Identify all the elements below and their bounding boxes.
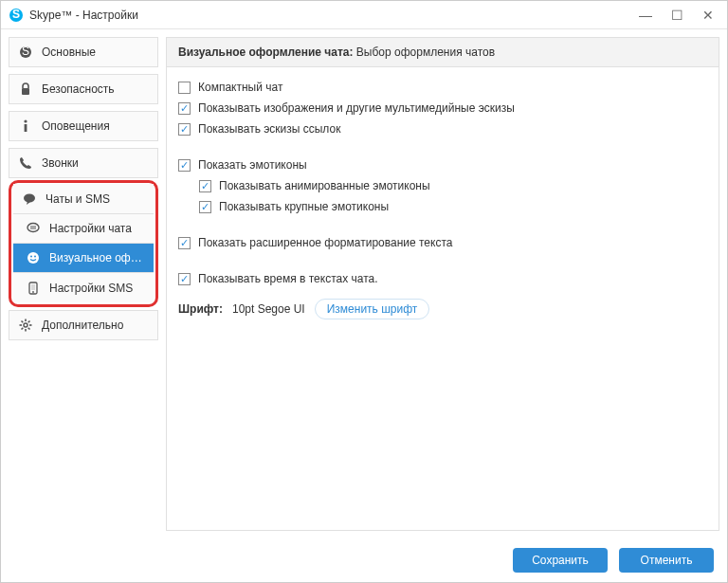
svg-point-11 [27, 252, 39, 264]
sidebar-item-label: Безопасность [42, 82, 115, 96]
checkbox-icon [199, 180, 211, 192]
sidebar-item-security[interactable]: Безопасность [9, 74, 158, 104]
content-header: Визуальное оформление чата: Выбор оформл… [167, 38, 719, 67]
svg-point-16 [32, 291, 34, 293]
checkbox-icon [178, 159, 191, 172]
sms-icon [27, 282, 40, 295]
checkbox-label: Показывать эскизы ссылок [198, 122, 340, 136]
sidebar-item-label: Дополнительно [42, 319, 123, 332]
checkbox-show-time[interactable]: Показывать время в текстах чата. [178, 272, 707, 285]
change-font-button[interactable]: Изменить шрифт [315, 299, 430, 319]
lock-icon [19, 82, 32, 96]
checkbox-icon [178, 237, 191, 249]
window-controls: — ☐ ✕ [639, 8, 714, 23]
titlebar: S Skype™ - Настройки — ☐ ✕ [1, 1, 727, 29]
checkbox-link-thumbs[interactable]: Показывать эскизы ссылок [178, 122, 707, 136]
skype-icon: S [19, 46, 32, 59]
svg-rect-6 [25, 124, 27, 132]
sidebar-item-label: Настройки SMS [49, 282, 133, 295]
body: S Основные Безопасность Оповещения Звонк… [1, 29, 727, 538]
highlighted-group: Чаты и SMS Настройки чата Визуальное офо… [9, 180, 158, 307]
chat-bubble-icon [23, 192, 36, 206]
svg-point-17 [24, 323, 27, 327]
svg-point-5 [24, 119, 27, 122]
checkbox-label: Показывать изображения и другие мультиме… [198, 101, 515, 115]
sidebar-item-notifications[interactable]: Оповещения [9, 111, 158, 141]
svg-point-12 [30, 256, 32, 258]
sidebar-item-general[interactable]: S Основные [9, 37, 158, 67]
phone-icon [19, 156, 32, 170]
checkbox-label: Показывать крупные эмотиконы [219, 200, 389, 213]
checkbox-icon [178, 102, 191, 115]
header-rest: Выбор оформления чатов [354, 46, 496, 59]
sidebar-item-calls[interactable]: Звонки [9, 148, 158, 178]
svg-line-25 [22, 328, 24, 330]
checkbox-icon [199, 201, 211, 213]
save-button[interactable]: Сохранить [513, 548, 608, 573]
settings-window: S Skype™ - Настройки — ☐ ✕ S Основные Бе… [0, 0, 728, 583]
close-button[interactable]: ✕ [702, 8, 714, 23]
checkbox-compact-chat[interactable]: Компактный чат [178, 81, 707, 94]
svg-point-8 [27, 224, 39, 232]
sidebar-item-additional[interactable]: Дополнительно [9, 310, 158, 340]
sidebar-item-label: Чаты и SMS [46, 192, 110, 206]
svg-text:S: S [22, 46, 29, 58]
svg-point-13 [34, 256, 36, 258]
font-row: Шрифт: 10pt Segoe UI Изменить шрифт [178, 299, 707, 319]
svg-rect-15 [31, 284, 35, 290]
header-bold: Визуальное оформление чата: [178, 46, 354, 59]
window-title: Skype™ - Настройки [29, 9, 639, 22]
svg-rect-4 [22, 88, 29, 95]
font-value: 10pt Segoe UI [232, 302, 305, 316]
sidebar: S Основные Безопасность Оповещения Звонк… [9, 37, 158, 531]
font-label: Шрифт: [178, 302, 223, 316]
svg-line-24 [28, 321, 30, 323]
checkbox-formatting[interactable]: Показать расширенное форматирование текс… [178, 236, 707, 249]
info-icon [19, 119, 32, 133]
checkbox-label: Показывать время в текстах чата. [198, 272, 378, 285]
checkbox-icon [178, 123, 191, 136]
svg-line-23 [28, 328, 30, 330]
sidebar-item-label: Настройки чата [49, 222, 132, 235]
checkbox-label: Показать эмотиконы [198, 158, 307, 172]
checkbox-large-emoticons[interactable]: Показывать крупные эмотиконы [199, 200, 707, 213]
checkbox-label: Компактный чат [198, 81, 282, 94]
smiley-icon [27, 251, 40, 264]
sidebar-item-sms-settings[interactable]: Настройки SMS [13, 272, 154, 302]
gear-icon [19, 319, 32, 332]
svg-text:S: S [12, 8, 20, 21]
sidebar-item-chat-settings[interactable]: Настройки чата [13, 213, 154, 244]
cancel-button[interactable]: Отменить [619, 548, 714, 573]
sidebar-item-visual-style[interactable]: Визуальное оформле... [13, 243, 154, 273]
content-body: Компактный чат Показывать изображения и … [167, 67, 719, 530]
checkbox-icon [178, 82, 191, 94]
checkbox-animated-emoticons[interactable]: Показывать анимированные эмотиконы [199, 179, 707, 192]
sidebar-item-label: Визуальное оформле... [49, 251, 144, 264]
sidebar-item-chats-sms[interactable]: Чаты и SMS [13, 184, 154, 214]
checkbox-label: Показать расширенное форматирование текс… [198, 236, 452, 249]
footer: Сохранить Отменить [1, 538, 727, 582]
checkbox-label: Показывать анимированные эмотиконы [219, 179, 430, 192]
sidebar-item-label: Звонки [42, 156, 79, 170]
checkbox-emoticons[interactable]: Показать эмотиконы [178, 158, 707, 172]
svg-line-22 [22, 321, 24, 323]
checkbox-icon [178, 273, 191, 285]
skype-logo-icon: S [9, 8, 24, 23]
content-panel: Визуальное оформление чата: Выбор оформл… [166, 37, 719, 531]
sidebar-item-label: Основные [42, 46, 96, 59]
svg-point-7 [24, 193, 35, 202]
chat-lines-icon [27, 222, 40, 235]
maximize-button[interactable]: ☐ [671, 8, 683, 23]
sidebar-item-label: Оповещения [42, 119, 110, 133]
minimize-button[interactable]: — [639, 8, 652, 23]
checkbox-show-images[interactable]: Показывать изображения и другие мультиме… [178, 101, 707, 115]
